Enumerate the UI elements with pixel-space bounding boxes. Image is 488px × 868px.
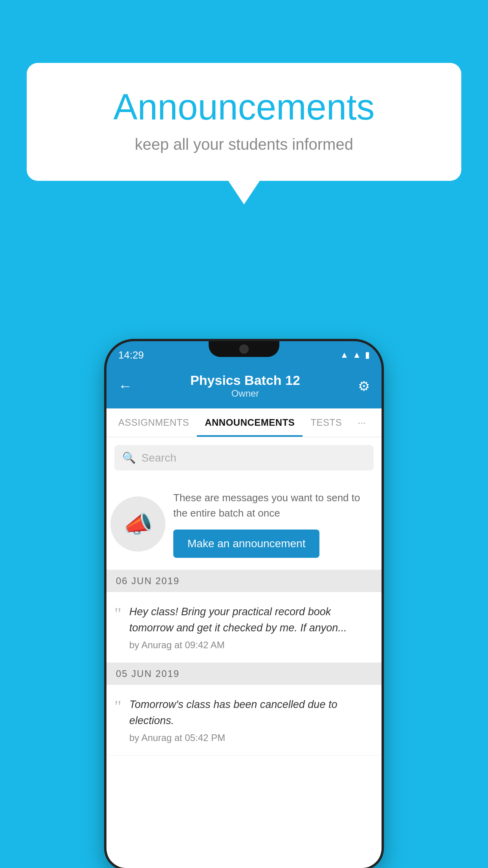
speech-bubble-title: Announcements <box>58 86 430 128</box>
speech-bubble-container: Announcements keep all your students inf… <box>27 63 461 204</box>
tab-more[interactable]: ··· <box>350 408 374 437</box>
header-subtitle: Owner <box>190 388 300 399</box>
phone-frame: 14:29 ▲ ▲ ▮ ← Physics Batch 12 Owner ⚙ A… <box>106 341 382 868</box>
tab-announcements[interactable]: ANNOUNCEMENTS <box>197 408 303 437</box>
announcement-meta-1: by Anurag at 09:42 AM <box>129 640 374 651</box>
phone-screen: ASSIGNMENTS ANNOUNCEMENTS TESTS ··· 🔍 Se… <box>106 408 382 868</box>
search-placeholder: Search <box>141 452 176 464</box>
status-icons: ▲ ▲ ▮ <box>340 350 370 360</box>
quote-icon-2: " <box>114 698 121 743</box>
search-icon: 🔍 <box>122 451 136 464</box>
app-header: ← Physics Batch 12 Owner ⚙ <box>106 365 382 408</box>
battery-icon: ▮ <box>365 350 370 360</box>
search-bar[interactable]: 🔍 Search <box>114 445 374 471</box>
phone-notch <box>209 341 279 357</box>
announcement-item-2: " Tomorrow's class has been cancelled du… <box>106 685 382 756</box>
speech-bubble-arrow <box>228 181 260 204</box>
date-separator-1: 06 JUN 2019 <box>106 570 382 592</box>
header-title-area: Physics Batch 12 Owner <box>190 373 300 399</box>
empty-icon-circle: 📣 <box>110 497 165 552</box>
empty-state-description: These are messages you want to send to t… <box>173 490 374 521</box>
quote-icon-1: " <box>114 605 121 651</box>
header-title: Physics Batch 12 <box>190 373 300 388</box>
back-button[interactable]: ← <box>118 378 132 394</box>
tab-assignments[interactable]: ASSIGNMENTS <box>110 408 197 437</box>
wifi-icon: ▲ <box>340 350 349 360</box>
announcement-item-1: " Hey class! Bring your practical record… <box>106 592 382 663</box>
speech-bubble-subtitle: keep all your students informed <box>58 136 430 153</box>
make-announcement-button[interactable]: Make an announcement <box>173 530 319 558</box>
announcement-meta-2: by Anurag at 05:42 PM <box>129 732 374 743</box>
announcement-text-1: Hey class! Bring your practical record b… <box>129 604 374 636</box>
announcement-content-2: Tomorrow's class has been cancelled due … <box>129 697 374 743</box>
settings-icon[interactable]: ⚙ <box>358 378 370 394</box>
announcement-content-1: Hey class! Bring your practical record b… <box>129 604 374 651</box>
empty-state-right: These are messages you want to send to t… <box>173 490 374 558</box>
signal-icon: ▲ <box>352 350 361 360</box>
empty-state: 📣 These are messages you want to send to… <box>106 478 382 570</box>
date-separator-2: 05 JUN 2019 <box>106 663 382 685</box>
speech-bubble: Announcements keep all your students inf… <box>27 63 461 181</box>
status-time: 14:29 <box>118 349 144 361</box>
announcement-text-2: Tomorrow's class has been cancelled due … <box>129 697 374 728</box>
phone-camera <box>239 344 249 354</box>
tab-tests[interactable]: TESTS <box>303 408 350 437</box>
megaphone-icon: 📣 <box>123 510 153 538</box>
tab-bar: ASSIGNMENTS ANNOUNCEMENTS TESTS ··· <box>106 408 382 437</box>
